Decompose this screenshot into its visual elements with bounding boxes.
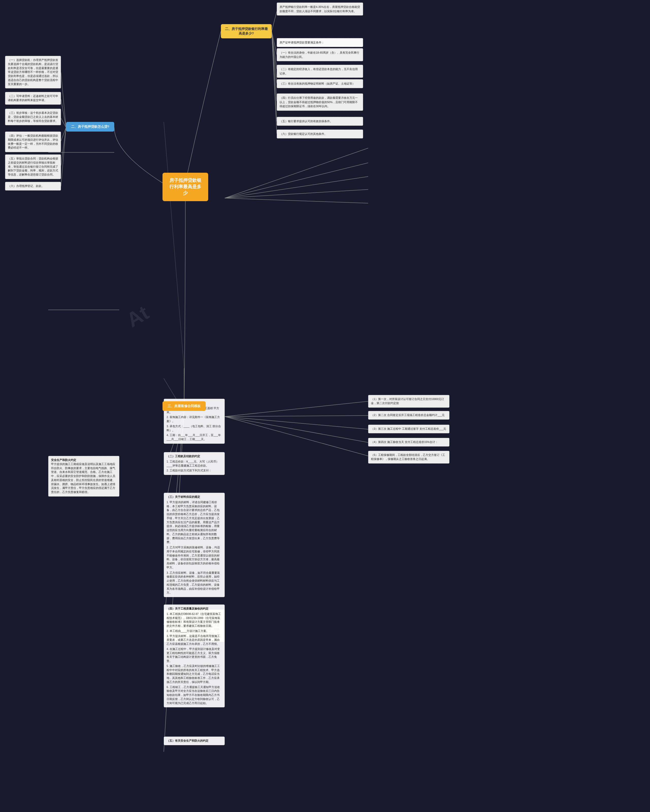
svg-line-22 xyxy=(225,401,368,417)
step-4-evaluation: （四）评估：一般贷款机构都能根据贷款期限或者认可的项目进行评估并从，评估收费一般… xyxy=(5,131,61,152)
step-3-initial-review: （三）初步审核：这个初步基本决定贷款是，贷款金额贷款已之前义上去的基本材料每个初… xyxy=(5,109,61,125)
step-5-approval-contract: （五）审批出贷款合同：贷款机构会根据之前提交的材料进行综合审核出审批标准，审批通… xyxy=(5,154,61,179)
condition-2: （二）有稳定的经济收入，有偿还贷款本息的能力，无不良信用记录。 xyxy=(277,65,363,78)
svg-line-10 xyxy=(61,128,66,141)
acceptance-item-6: 6. 工程竣工，乙方通提验工天通知甲方送收验收及甲方对全方应当在这验收后三日内告… xyxy=(166,685,222,705)
condition-6: （六）贷款银行规定认可的其他条件。 xyxy=(277,130,363,139)
condition-4: （四）行员出仕厚了经营用途的款款，调款额需要月收在万元一以上，贷款金额不得超过抵… xyxy=(277,93,363,111)
svg-line-18 xyxy=(225,177,368,198)
acceptance-item-1: 1. 本工程执行DB/08-62-97《住宅建筑装饰工程技术规范》、DB31/3… xyxy=(166,612,222,628)
rate-info-box: 房产抵押银行贷款利率一般是4.35%左右，房屋抵押贷款合格能贷款额度不同，贷款人… xyxy=(277,3,363,15)
price-item-1: 1. 工程总价款：¥____元、大写（人民币）____评审总量建施工工程总价款。 xyxy=(166,460,222,468)
acceptance-section: （四）关于工程质量及验收的约定 1. 本工程执行DB/08-62-97《住宅建筑… xyxy=(164,604,225,707)
mortgage-conditions-header: 房产证申请抵押贷款需要满足条件： xyxy=(277,38,363,47)
svg-line-26 xyxy=(225,417,368,456)
condition-3: （三）有合法有效的抵押物证明材料（如房产证、土地证等） xyxy=(277,79,363,88)
central-node: 房子抵押贷款银行利率最高是多少 xyxy=(163,173,208,201)
acceptance-item-4: 4. 在施工过程中，甲方提到设计修改及对变更工程结构性的可能是乙方主义、双方须签… xyxy=(166,647,222,663)
svg-line-14 xyxy=(164,122,184,368)
branch-contract-template: 三、房屋装修合同模板 xyxy=(163,401,206,411)
watermark: At xyxy=(123,301,153,332)
svg-line-8 xyxy=(61,99,66,128)
safety-section: 安全生产和防火约定 甲方提供的施工工期或应做及说明以及施工工场地应符合防火、防事… xyxy=(48,456,119,496)
pricing-section: （二）工程款及结款的约定 1. 工程总价款：¥____元、大写（人民币）____… xyxy=(164,452,225,475)
material-supply-section: （三）关于材料供应的规定 1. 甲方提供的材料，详述合同建修工程价格，本工程甲方… xyxy=(164,493,225,597)
svg-line-4 xyxy=(272,31,277,101)
svg-line-12 xyxy=(61,128,66,186)
svg-line-7 xyxy=(61,72,66,128)
acceptance-item-2: 2. 本工程由____方设计施工方案。 xyxy=(166,629,222,633)
condition-1: （一）有合法的身份，年龄在18-65周岁（含）、具有完全民事行为能力的中国公民。 xyxy=(277,48,363,61)
material-item-3: 3. 乙方供应材料、设备，如不符合最重要装修最近应供的各种材料，应拒止使用，如经… xyxy=(166,571,222,595)
step-1-choose-institution: （一）选择贷款机：办理房产抵押贷款首先要选择个合规的贷款机构，是说该行贷款利率是… xyxy=(5,56,61,89)
svg-line-25 xyxy=(225,417,368,443)
acceptance-item-3: 3. 甲方提供材料，这最是不合格而导致施工质量差，或量乙方选是的原因是带来，属由… xyxy=(166,634,222,646)
payment-4: （4）第四次 施工验收当天 支付工程总造价15%合计： xyxy=(368,438,449,447)
svg-line-6 xyxy=(272,31,277,134)
material-item-2: 2. 乙方对甲方采购的装修材料、设备，均适用于本合同规定的住宅装修，非经甲方同意… xyxy=(166,546,222,570)
step-2-write-application: （二）写申请受料：还递材料之前可可申请机构要求的材料来提交申请。 xyxy=(5,92,61,105)
svg-line-17 xyxy=(225,163,368,198)
acceptance-item-5: 5. 施工验收，乙方应及时比较的维修施工工程中中对应的所有的有关工程技术、甲方选… xyxy=(166,664,222,684)
material-item-1: 1. 甲方提供的材料，详述合同建修工程价格，本工程甲方负责采购供应的材料、设备，… xyxy=(166,501,222,544)
svg-line-19 xyxy=(225,189,368,198)
svg-line-5 xyxy=(272,31,277,121)
svg-line-3 xyxy=(272,31,277,83)
svg-line-20 xyxy=(225,198,368,203)
branch-loan-process: 二、房子抵押贷款怎么贷? xyxy=(66,122,114,131)
payment-3: （3）第三次 施工过程中 工期通过签字 支付工程总造价___元 xyxy=(368,425,449,433)
svg-line-11 xyxy=(61,128,66,166)
eng-item-4: 4. 工期：自___年___月___日开工，至___年___月___日竣工，工期… xyxy=(166,433,222,441)
payment-1: （1）第一次，对所装设计认可签订合同之日支付10000元订金，第二次付款约定按 xyxy=(368,395,449,408)
payment-2: （2）第二次 合同签定后开工现场工程造价总金额约计___元 xyxy=(368,411,449,420)
step-6-register: （六）办理抵押登记、款款。 xyxy=(5,182,61,191)
branch-rate-question: 二、房子抵押贷款银行利率最高是多少? xyxy=(221,24,272,38)
condition-5: （五）银行要求提供认可的有效担保条件。 xyxy=(277,117,363,126)
svg-line-9 xyxy=(61,118,66,128)
svg-line-24 xyxy=(225,417,368,429)
price-item-2: 2. 工程款付款方式按下列方式支付： xyxy=(166,469,222,473)
svg-line-23 xyxy=(225,415,368,417)
eng-item-2: 2. 装饰施工内容：详见附件一《装饰施工方案》。 xyxy=(166,415,222,423)
svg-line-2 xyxy=(272,31,277,69)
safety-fire-section: （五）有关安全生产和防火的约定 xyxy=(164,737,225,745)
mind-map-container: 房子抵押贷款银行利率最高是多少 二、房子抵押贷款银行利率最高是多少? 房产抵押银… xyxy=(0,0,650,812)
svg-line-16 xyxy=(225,148,368,198)
svg-line-0 xyxy=(272,11,277,31)
payment-5: （5）工程保修期间，工程款全部结清后，乙方交方签订《工程保修单》，保修期从之工验… xyxy=(368,451,449,464)
eng-item-3: 3. 承包方式：____（包工包料、清工 部分合料）。 xyxy=(166,424,222,432)
svg-line-1 xyxy=(272,31,277,55)
